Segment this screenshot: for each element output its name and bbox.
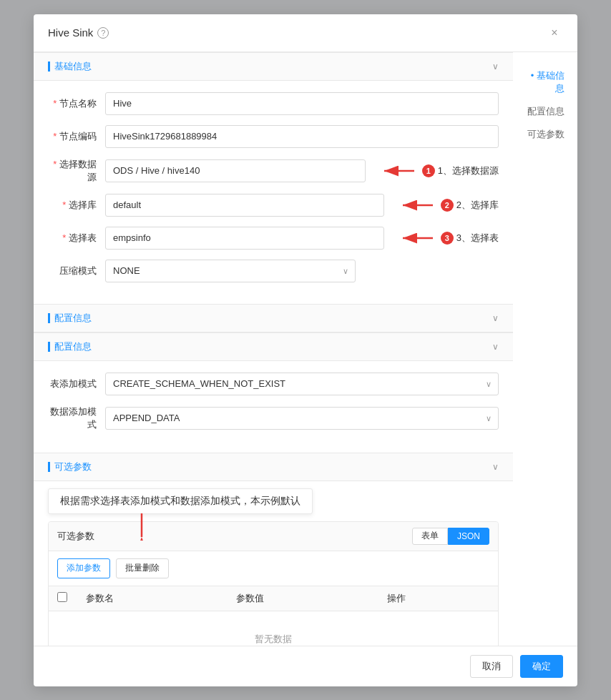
num-1: 1 [422, 164, 435, 177]
datasource-annotation-wrapper: 1 1、选择数据源 [105, 159, 499, 182]
annotation-3-label: 3、选择表 [456, 232, 499, 245]
config-info-header-2[interactable]: 配置信息 ∨ [34, 332, 513, 361]
data-add-label: 数据添加模式 [48, 405, 105, 431]
modal-title: Hive Sink ? [48, 26, 109, 39]
datasource-input[interactable] [105, 159, 366, 182]
table-add-select[interactable]: CREATE_SCHEMA_WHEN_NOT_EXIST [105, 373, 499, 395]
compress-row: 压缩模式 NONE [48, 260, 499, 282]
empty-data-text: 暂无数据 [57, 618, 489, 646]
modal-footer: 取消 确定 [34, 646, 577, 686]
basic-info-title: 基础信息 [48, 60, 92, 73]
table-add-select-wrapper[interactable]: CREATE_SCHEMA_WHEN_NOT_EXIST [105, 373, 499, 395]
empty-data-cell: 暂无数据 [49, 611, 498, 646]
select-all-checkbox[interactable] [57, 592, 67, 602]
config-info-title-1: 配置信息 [48, 312, 92, 325]
compress-select[interactable]: NONE [105, 260, 356, 282]
batch-delete-button[interactable]: 批量删除 [116, 558, 169, 578]
params-toolbar: 添加参数 批量删除 [49, 551, 498, 586]
floating-arrow-svg [135, 512, 177, 541]
modal-title-text: Hive Sink [48, 26, 93, 39]
table-annotation-wrapper: 3 3、选择表 [105, 227, 499, 250]
annotation-3-text: 3 3、选择表 [441, 232, 499, 245]
optional-params-area: 根据需求选择表添加模式和数据添加模式，本示例默认 [34, 481, 513, 646]
empty-data-row: 暂无数据 [49, 611, 498, 646]
tab-json-button[interactable]: JSON [448, 528, 489, 545]
config-info-section-2: 配置信息 ∨ 表添加模式 CREATE_SCHEMA_WHEN_NOT_EXIS… [34, 332, 513, 453]
config-info-section-1: 配置信息 ∨ [34, 304, 513, 332]
node-code-input[interactable] [105, 125, 499, 148]
params-table: 参数名 参数值 操作 暂无数据 [49, 586, 498, 646]
annotation-2: 2 2、选择库 [397, 198, 499, 212]
optional-params-title: 可选参数 [48, 460, 92, 473]
num-3: 3 [441, 232, 454, 245]
floating-annotation: 根据需求选择表添加模式和数据添加模式，本示例默认 [48, 488, 313, 514]
optional-params-box-title: 可选参数 [57, 530, 94, 543]
basic-info-form: 节点名称 节点编码 选择数据源 [34, 81, 513, 304]
optional-params-tabs: 表单 JSON [412, 528, 489, 545]
arrow-2-svg [397, 198, 436, 212]
datasource-label: 选择数据源 [48, 158, 105, 184]
optional-params-header[interactable]: 可选参数 ∨ [34, 453, 513, 481]
sidebar-item-optional-params[interactable]: 可选参数 [520, 125, 570, 144]
node-code-label: 节点编码 [48, 130, 105, 143]
data-add-select-wrapper[interactable]: APPEND_DATA [105, 407, 499, 430]
annotation-1: 1 1、选择数据源 [378, 164, 499, 178]
node-name-row: 节点名称 [48, 92, 499, 115]
annotation-2-text: 2 2、选择库 [441, 199, 499, 212]
cancel-button[interactable]: 取消 [470, 655, 513, 678]
modal-overlay: Hive Sink ? × 基础信息 ∨ 节点名称 [0, 0, 611, 700]
modal-header: Hive Sink ? × [34, 14, 577, 52]
params-table-header-row: 参数名 参数值 操作 [49, 586, 498, 611]
compress-select-wrapper[interactable]: NONE [105, 260, 356, 282]
side-nav: 基础信息 配置信息 可选参数 [513, 52, 577, 646]
param-value-col-header: 参数值 [228, 586, 378, 611]
floating-annotation-text: 根据需求选择表添加模式和数据添加模式，本示例默认 [60, 495, 300, 506]
annotation-1-text: 1 1、选择数据源 [422, 164, 499, 177]
table-add-row: 表添加模式 CREATE_SCHEMA_WHEN_NOT_EXIST [48, 373, 499, 395]
optional-params-box-header: 可选参数 表单 JSON [49, 522, 498, 551]
sidebar-item-config-info[interactable]: 配置信息 [520, 102, 570, 121]
node-code-row: 节点编码 [48, 125, 499, 148]
sidebar-item-basic-info[interactable]: 基础信息 [520, 66, 570, 98]
basic-info-section: 基础信息 ∨ 节点名称 节点编码 [34, 52, 513, 304]
help-icon[interactable]: ? [97, 27, 109, 39]
data-add-select[interactable]: APPEND_DATA [105, 407, 499, 430]
database-input[interactable] [105, 194, 384, 217]
param-action-col-header: 操作 [378, 586, 498, 611]
add-param-button[interactable]: 添加参数 [57, 558, 110, 578]
node-name-input[interactable] [105, 92, 499, 115]
close-button[interactable]: × [546, 24, 563, 41]
optional-params-section-header: 可选参数 ∨ [34, 453, 513, 481]
config-info-header-1[interactable]: 配置信息 ∨ [34, 304, 513, 332]
annotation-3: 3 3、选择表 [397, 231, 499, 245]
database-row: 选择库 [48, 194, 499, 217]
checkbox-col-header [49, 586, 77, 611]
annotation-1-label: 1、选择数据源 [438, 164, 499, 177]
annotation-2-label: 2、选择库 [456, 199, 499, 212]
database-label: 选择库 [48, 199, 105, 212]
basic-info-header[interactable]: 基础信息 ∨ [34, 52, 513, 81]
table-input[interactable] [105, 227, 384, 250]
modal-container: Hive Sink ? × 基础信息 ∨ 节点名称 [34, 14, 577, 686]
table-row-field: 选择表 [48, 227, 499, 250]
config-info-form: 表添加模式 CREATE_SCHEMA_WHEN_NOT_EXIST 数据添加模… [34, 361, 513, 453]
basic-info-chevron: ∨ [492, 61, 499, 72]
database-annotation-wrapper: 2 2、选择库 [105, 194, 499, 217]
table-add-label: 表添加模式 [48, 378, 105, 390]
tab-form-button[interactable]: 表单 [412, 528, 448, 545]
config-info-chevron-1: ∨ [492, 313, 499, 323]
num-2: 2 [441, 199, 454, 212]
confirm-button[interactable]: 确定 [520, 655, 563, 678]
table-label: 选择表 [48, 232, 105, 245]
config-info-chevron-2: ∨ [492, 342, 499, 352]
optional-params-chevron: ∨ [492, 462, 499, 472]
arrow-3-svg [397, 231, 436, 245]
data-add-row: 数据添加模式 APPEND_DATA [48, 405, 499, 431]
optional-params-box: 可选参数 表单 JSON 添加参数 批量删除 [48, 521, 499, 646]
datasource-row: 选择数据源 [48, 158, 499, 184]
node-name-label: 节点名称 [48, 97, 105, 110]
main-content: 基础信息 ∨ 节点名称 节点编码 [34, 52, 513, 646]
param-name-col-header: 参数名 [77, 586, 228, 611]
arrow-1-svg [378, 164, 418, 178]
config-info-title-2: 配置信息 [48, 340, 92, 353]
